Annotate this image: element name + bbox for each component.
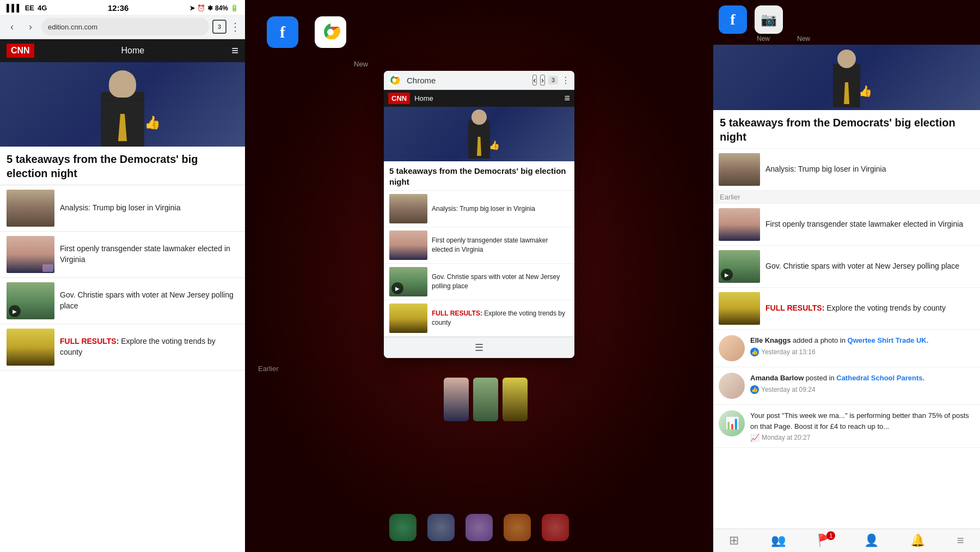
main-headline[interactable]: 5 takeaways from the Democrats' big elec… xyxy=(0,147,245,185)
bottom-app-dots xyxy=(389,514,569,541)
chrome-app-icon[interactable] xyxy=(315,16,346,48)
chrome-thumb-christie: ▶ xyxy=(389,267,427,296)
chrome-bottom-toolbar: ☰ xyxy=(384,337,574,358)
chrome-card[interactable]: Chrome ‹ › 3 ⋮ CNN Home ≡ 👍 xyxy=(384,71,574,358)
facebook-app-icon[interactable]: f xyxy=(267,16,298,48)
earlier-thumb-3[interactable] xyxy=(503,378,528,421)
location-icon: ➤ xyxy=(189,4,195,12)
chrome-thumb-results xyxy=(389,304,427,333)
chrome-thumb-trump xyxy=(389,194,427,223)
chrome-list-icon[interactable]: ☰ xyxy=(475,342,483,354)
notif-badge: 1 xyxy=(826,531,835,540)
fb-nav-people[interactable]: 👤 xyxy=(864,533,879,548)
news-text-trump: Analysis: Trump big loser in Virginia xyxy=(60,203,238,214)
chrome-hamburger[interactable]: ≡ xyxy=(564,93,570,104)
news-text-results: FULL RESULTS: Explore the voting trends … xyxy=(60,336,238,357)
svg-point-5 xyxy=(393,78,396,82)
right-thumb-christie: ▶ xyxy=(719,250,760,283)
fb-nav-notifications[interactable]: 🚩 1 xyxy=(817,533,832,548)
chrome-hero-image: 👍 xyxy=(384,107,574,161)
fb-avatar-amanda xyxy=(719,373,745,399)
hero-image: 👍 xyxy=(0,62,245,147)
right-text-trans: First openly transgender state lawmaker … xyxy=(765,219,975,230)
chrome-back-small[interactable]: ‹ xyxy=(532,75,537,86)
right-play-icon: ▶ xyxy=(721,269,733,281)
dot-blue[interactable] xyxy=(427,514,455,541)
fb-notification-2[interactable]: Amanda Barlow posted in Cathedral School… xyxy=(713,367,980,405)
watermark: wsxdn.com xyxy=(946,543,976,550)
fb-notification-1[interactable]: Elle Knaggs added a photo in Qwertee Shi… xyxy=(713,330,980,367)
right-full-results-label: FULL RESULTS: xyxy=(765,304,824,312)
fb-notification-3[interactable]: 📊 Your post "This week we ma..." is perf… xyxy=(713,405,980,448)
dot-orange[interactable] xyxy=(504,514,531,541)
play-icon: ▶ xyxy=(9,305,21,317)
chrome-news-results[interactable]: FULL RESULTS: Explore the voting trends … xyxy=(384,300,574,337)
chrome-news-trump[interactable]: Analysis: Trump big loser in Virginia xyxy=(384,191,574,227)
cnn-home-title: Home xyxy=(121,46,145,56)
chrome-more-small[interactable]: ⋮ xyxy=(561,75,570,86)
chrome-thumb-trans xyxy=(389,230,427,260)
fb-meta-elle: 👍 Yesterday at 13:16 xyxy=(750,348,928,356)
right-new-label-1: New xyxy=(757,35,770,43)
right-new-labels: New New xyxy=(713,34,980,45)
fb-bottom-nav: ⊞ 👥 🚩 1 👤 🔔 ≡ xyxy=(713,529,980,552)
chrome-headline[interactable]: 5 takeaways from the Democrats' big elec… xyxy=(384,161,574,191)
fb-notification-text-2: Amanda Barlow posted in Cathedral School… xyxy=(750,373,924,394)
fb-nav-home[interactable]: ⊞ xyxy=(729,533,739,548)
chrome-home-label: Home xyxy=(414,94,433,102)
forward-button[interactable]: › xyxy=(23,19,38,34)
back-button[interactable]: ‹ xyxy=(4,19,20,34)
right-news-trans[interactable]: First openly transgender state lawmaker … xyxy=(713,204,980,246)
news-text-christie: Gov. Christie spars with voter at New Je… xyxy=(60,290,238,311)
earlier-thumb-1[interactable] xyxy=(444,378,469,421)
right-news-results[interactable]: FULL RESULTS: Explore the voting trends … xyxy=(713,288,980,330)
chrome-address-bar: ‹ › 3 ⋮ xyxy=(0,15,245,39)
news-item-results[interactable]: FULL RESULTS: Explore the voting trends … xyxy=(0,324,245,371)
fb-name-elle: Elle Knaggs xyxy=(750,336,791,344)
news-thumb-trans xyxy=(7,236,54,273)
new-label-center: New xyxy=(245,59,368,69)
url-input[interactable] xyxy=(41,18,209,35)
chrome-news-christie[interactable]: ▶ Gov. Christie spars with voter at New … xyxy=(384,264,574,300)
right-news-trump[interactable]: Analysis: Trump big loser in Virginia xyxy=(713,149,980,191)
chrome-card-title: Chrome xyxy=(403,76,529,85)
fb-notification-text-3: Your post "This week we ma..." is perfor… xyxy=(750,410,975,442)
right-fb-icon[interactable]: f xyxy=(719,5,747,34)
fb-group-elle[interactable]: Qwertee Shirt Trade UK. xyxy=(848,336,929,344)
svg-point-2 xyxy=(327,29,334,35)
chrome-forward-small[interactable]: › xyxy=(540,75,545,86)
time-label: 12:36 xyxy=(108,3,128,13)
right-thumb-results xyxy=(719,292,760,325)
news-item-trump[interactable]: Analysis: Trump big loser in Virginia xyxy=(0,185,245,232)
chrome-play-icon: ▶ xyxy=(391,282,403,294)
fb-friends-icon: 👥 xyxy=(771,533,786,548)
dot-purple[interactable] xyxy=(465,514,493,541)
right-text-christie: Gov. Christie spars with voter at New Je… xyxy=(765,261,975,272)
app-switcher-panel: f New Chr xyxy=(245,0,713,552)
fb-group-amanda[interactable]: Cathedral School Parents. xyxy=(836,374,924,382)
tab-count[interactable]: 3 xyxy=(212,20,226,34)
dot-green[interactable] xyxy=(389,514,416,541)
fb-time-boost: Monday at 20:27 xyxy=(762,434,810,441)
right-thumb-trans xyxy=(719,208,760,241)
fb-nav-bell[interactable]: 🔔 xyxy=(910,533,925,548)
news-item-christie[interactable]: ▶ Gov. Christie spars with voter at New … xyxy=(0,278,245,324)
fb-time-amanda: Yesterday at 09:24 xyxy=(761,386,816,393)
app-icons-row: f xyxy=(245,16,346,48)
dot-red[interactable] xyxy=(542,514,569,541)
chrome-tab-count-small[interactable]: 3 xyxy=(548,76,558,84)
more-menu-button[interactable]: ⋮ xyxy=(230,20,241,33)
chrome-news-trans[interactable]: First openly transgender state lawmaker … xyxy=(384,227,574,264)
right-news-christie[interactable]: ▶ Gov. Christie spars with voter at New … xyxy=(713,246,980,288)
right-main-headline[interactable]: 5 takeaways from the Democrats' big elec… xyxy=(713,110,980,149)
hamburger-menu-button[interactable]: ≡ xyxy=(231,44,238,58)
fb-home-icon: ⊞ xyxy=(729,533,739,548)
fb-notification-text-1: Elle Knaggs added a photo in Qwertee Shi… xyxy=(750,335,928,356)
status-right: ➤ ⏰ ✱ 84% 🔋 xyxy=(189,4,238,12)
fb-nav-friends[interactable]: 👥 xyxy=(771,533,786,548)
news-item-trans[interactable]: First openly transgender state lawmaker … xyxy=(0,232,245,278)
chrome-text-christie: Gov. Christie spars with voter at New Je… xyxy=(432,272,569,291)
earlier-thumb-2[interactable] xyxy=(473,378,498,421)
earlier-thumbs xyxy=(431,378,528,421)
right-camera-icon[interactable]: 📷 xyxy=(755,5,783,34)
